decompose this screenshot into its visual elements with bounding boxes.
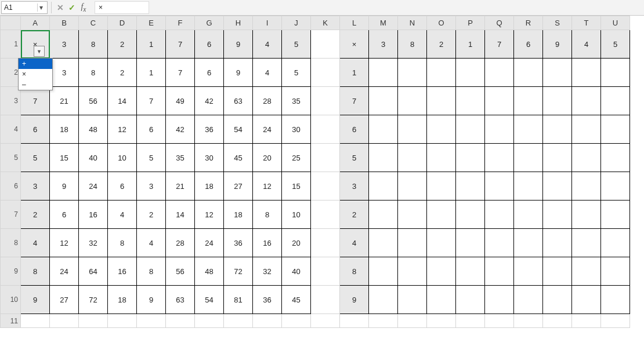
cell-U2[interactable]	[601, 59, 630, 87]
cell-J4[interactable]: 30	[282, 115, 311, 144]
cell-D5[interactable]: 10	[108, 144, 137, 172]
cell-Q2[interactable]	[485, 59, 514, 87]
cell-N11[interactable]	[398, 314, 427, 328]
column-header-K[interactable]: K	[311, 16, 340, 30]
row-header-3[interactable]: 3	[1, 87, 21, 115]
column-header-D[interactable]: D	[108, 16, 137, 30]
cell-B4[interactable]: 18	[50, 115, 79, 144]
cell-C3[interactable]: 56	[79, 87, 108, 115]
cell-I4[interactable]: 24	[253, 115, 282, 144]
name-box-dropdown-icon[interactable]: ▾	[37, 3, 45, 12]
cell-B11[interactable]	[50, 314, 79, 328]
cell-K11[interactable]	[311, 314, 340, 328]
cancel-icon[interactable]: ✕	[55, 3, 66, 12]
cell-F11[interactable]	[166, 314, 195, 328]
cell-J10[interactable]: 45	[282, 286, 311, 314]
cell-O8[interactable]	[427, 229, 456, 257]
column-header-L[interactable]: L	[340, 16, 369, 30]
cell-D9[interactable]: 16	[108, 257, 137, 286]
cell-M2[interactable]	[369, 59, 398, 87]
cell-P9[interactable]	[456, 257, 485, 286]
cell-S7[interactable]	[543, 201, 572, 229]
cell-H9[interactable]: 72	[224, 257, 253, 286]
cell-M6[interactable]	[369, 172, 398, 201]
spreadsheet-grid[interactable]: ABCDEFGHIJKLMNOPQRSTU1×382176945×3821769…	[0, 16, 644, 328]
row-header-4[interactable]: 4	[1, 115, 21, 144]
cell-M7[interactable]	[369, 201, 398, 229]
cell-L3[interactable]: 7	[340, 87, 369, 115]
column-header-U[interactable]: U	[601, 16, 630, 30]
cell-I6[interactable]: 12	[253, 172, 282, 201]
cell-F10[interactable]: 63	[166, 286, 195, 314]
cell-E10[interactable]: 9	[137, 286, 166, 314]
cell-S4[interactable]	[543, 115, 572, 144]
cell-N1[interactable]: 8	[398, 30, 427, 59]
cell-B7[interactable]: 6	[50, 201, 79, 229]
cell-L6[interactable]: 3	[340, 172, 369, 201]
cell-I1[interactable]: 4	[253, 30, 282, 59]
cell-L4[interactable]: 6	[340, 115, 369, 144]
cell-P3[interactable]	[456, 87, 485, 115]
column-header-I[interactable]: I	[253, 16, 282, 30]
cell-R6[interactable]	[514, 172, 543, 201]
cell-J11[interactable]	[282, 314, 311, 328]
cell-S11[interactable]	[543, 314, 572, 328]
cell-E5[interactable]: 5	[137, 144, 166, 172]
select-all-corner[interactable]	[1, 16, 21, 30]
cell-D1[interactable]: 2	[108, 30, 137, 59]
cell-O6[interactable]	[427, 172, 456, 201]
cell-D7[interactable]: 4	[108, 201, 137, 229]
cell-U8[interactable]	[601, 229, 630, 257]
cell-I8[interactable]: 16	[253, 229, 282, 257]
cell-H7[interactable]: 18	[224, 201, 253, 229]
cell-O7[interactable]	[427, 201, 456, 229]
cell-H10[interactable]: 81	[224, 286, 253, 314]
cell-T10[interactable]	[572, 286, 601, 314]
column-header-F[interactable]: F	[166, 16, 195, 30]
cell-G5[interactable]: 30	[195, 144, 224, 172]
cell-H3[interactable]: 63	[224, 87, 253, 115]
cell-N5[interactable]	[398, 144, 427, 172]
cell-K5[interactable]	[311, 144, 340, 172]
cell-R5[interactable]	[514, 144, 543, 172]
cell-M10[interactable]	[369, 286, 398, 314]
cell-T3[interactable]	[572, 87, 601, 115]
cell-F9[interactable]: 56	[166, 257, 195, 286]
cell-S5[interactable]	[543, 144, 572, 172]
cell-E2[interactable]: 1	[137, 59, 166, 87]
column-header-A[interactable]: A	[21, 16, 50, 30]
cell-K4[interactable]	[311, 115, 340, 144]
cell-C8[interactable]: 32	[79, 229, 108, 257]
cell-M8[interactable]	[369, 229, 398, 257]
cell-Q9[interactable]	[485, 257, 514, 286]
name-box[interactable]: A1 ▾	[1, 1, 48, 14]
data-validation-dropdown[interactable]: +×–	[18, 58, 53, 90]
cell-T8[interactable]	[572, 229, 601, 257]
fx-icon[interactable]: fx	[78, 2, 89, 13]
cell-S9[interactable]	[543, 257, 572, 286]
cell-B8[interactable]: 12	[50, 229, 79, 257]
cell-P11[interactable]	[456, 314, 485, 328]
cell-U9[interactable]	[601, 257, 630, 286]
cell-A4[interactable]: 6	[21, 115, 50, 144]
cell-P4[interactable]	[456, 115, 485, 144]
column-header-N[interactable]: N	[398, 16, 427, 30]
cell-H6[interactable]: 27	[224, 172, 253, 201]
column-header-B[interactable]: B	[50, 16, 79, 30]
cell-G4[interactable]: 36	[195, 115, 224, 144]
cell-H1[interactable]: 9	[224, 30, 253, 59]
cell-F8[interactable]: 28	[166, 229, 195, 257]
cell-T4[interactable]	[572, 115, 601, 144]
row-header-9[interactable]: 9	[1, 257, 21, 286]
cell-D2[interactable]: 2	[108, 59, 137, 87]
cell-E8[interactable]: 4	[137, 229, 166, 257]
cell-H11[interactable]	[224, 314, 253, 328]
cell-S2[interactable]	[543, 59, 572, 87]
cell-D4[interactable]: 12	[108, 115, 137, 144]
cell-N2[interactable]	[398, 59, 427, 87]
cell-D10[interactable]: 18	[108, 286, 137, 314]
cell-P6[interactable]	[456, 172, 485, 201]
cell-C1[interactable]: 8	[79, 30, 108, 59]
cell-F1[interactable]: 7	[166, 30, 195, 59]
cell-M11[interactable]	[369, 314, 398, 328]
